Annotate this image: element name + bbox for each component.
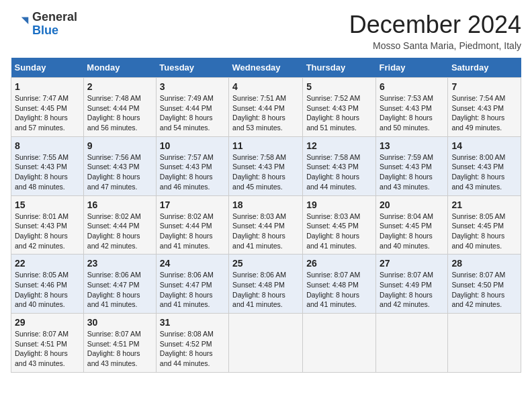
column-header-sunday: Sunday bbox=[11, 58, 84, 78]
cell-info: Sunrise: 8:08 AMSunset: 4:52 PMDaylight:… bbox=[160, 330, 214, 367]
calendar-cell: 17Sunrise: 8:02 AMSunset: 4:44 PMDayligh… bbox=[156, 195, 228, 255]
day-number: 2 bbox=[87, 81, 152, 92]
cell-info: Sunrise: 7:51 AMSunset: 4:44 PMDaylight:… bbox=[232, 94, 286, 132]
calendar-cell: 2Sunrise: 7:48 AMSunset: 4:44 PMDaylight… bbox=[83, 78, 156, 137]
cell-info: Sunrise: 8:07 AMSunset: 4:48 PMDaylight:… bbox=[306, 271, 360, 308]
calendar-cell bbox=[229, 314, 303, 373]
calendar-cell: 27Sunrise: 8:07 AMSunset: 4:49 PMDayligh… bbox=[376, 255, 448, 314]
calendar-cell: 5Sunrise: 7:52 AMSunset: 4:43 PMDaylight… bbox=[303, 78, 376, 137]
day-number: 8 bbox=[15, 140, 80, 151]
calendar-cell: 28Sunrise: 8:07 AMSunset: 4:50 PMDayligh… bbox=[448, 255, 521, 314]
calendar-cell: 29Sunrise: 8:07 AMSunset: 4:51 PMDayligh… bbox=[11, 314, 84, 373]
cell-info: Sunrise: 8:03 AMSunset: 4:44 PMDaylight:… bbox=[232, 212, 286, 250]
cell-info: Sunrise: 8:02 AMSunset: 4:44 PMDaylight:… bbox=[87, 212, 141, 250]
logo: General Blue bbox=[11, 11, 77, 38]
calendar-week-0: 1Sunrise: 7:47 AMSunset: 4:45 PMDaylight… bbox=[11, 78, 521, 137]
cell-info: Sunrise: 7:57 AMSunset: 4:43 PMDaylight:… bbox=[160, 153, 214, 191]
calendar-cell: 14Sunrise: 8:00 AMSunset: 4:43 PMDayligh… bbox=[448, 136, 521, 195]
day-number: 9 bbox=[87, 140, 152, 151]
calendar-cell: 23Sunrise: 8:06 AMSunset: 4:47 PMDayligh… bbox=[83, 255, 156, 314]
cell-info: Sunrise: 8:07 AMSunset: 4:51 PMDaylight:… bbox=[15, 330, 69, 367]
logo-blue: Blue bbox=[32, 24, 58, 37]
location: Mosso Santa Maria, Piedmont, Italy bbox=[349, 40, 521, 51]
day-number: 27 bbox=[380, 258, 444, 269]
column-header-tuesday: Tuesday bbox=[156, 58, 228, 78]
calendar-header-row: SundayMondayTuesdayWednesdayThursdayFrid… bbox=[11, 58, 521, 78]
day-number: 22 bbox=[15, 258, 80, 269]
day-number: 29 bbox=[15, 317, 80, 328]
calendar-cell: 7Sunrise: 7:54 AMSunset: 4:43 PMDaylight… bbox=[448, 78, 521, 137]
cell-info: Sunrise: 8:07 AMSunset: 4:50 PMDaylight:… bbox=[451, 271, 505, 308]
logo-general: General bbox=[32, 10, 77, 24]
day-number: 13 bbox=[380, 140, 444, 151]
day-number: 14 bbox=[451, 140, 517, 151]
calendar-cell: 30Sunrise: 8:07 AMSunset: 4:51 PMDayligh… bbox=[83, 314, 156, 373]
calendar-cell: 8Sunrise: 7:55 AMSunset: 4:43 PMDaylight… bbox=[11, 136, 84, 195]
day-number: 31 bbox=[160, 317, 225, 328]
title-block: December 2024 Mosso Santa Maria, Piedmon… bbox=[349, 11, 521, 51]
calendar-cell: 6Sunrise: 7:53 AMSunset: 4:43 PMDaylight… bbox=[376, 78, 448, 137]
day-number: 19 bbox=[306, 199, 372, 210]
calendar-cell: 19Sunrise: 8:03 AMSunset: 4:45 PMDayligh… bbox=[303, 195, 376, 255]
calendar-cell: 22Sunrise: 8:05 AMSunset: 4:46 PMDayligh… bbox=[11, 255, 84, 314]
calendar-cell: 12Sunrise: 7:58 AMSunset: 4:43 PMDayligh… bbox=[303, 136, 376, 195]
cell-info: Sunrise: 7:49 AMSunset: 4:44 PMDaylight:… bbox=[160, 94, 214, 132]
day-number: 30 bbox=[87, 317, 152, 328]
day-number: 21 bbox=[451, 199, 517, 210]
calendar-cell bbox=[448, 314, 521, 373]
column-header-saturday: Saturday bbox=[448, 58, 521, 78]
svg-marker-0 bbox=[21, 17, 29, 24]
column-header-wednesday: Wednesday bbox=[229, 58, 303, 78]
day-number: 5 bbox=[306, 81, 372, 92]
calendar-cell: 3Sunrise: 7:49 AMSunset: 4:44 PMDaylight… bbox=[156, 78, 228, 137]
cell-info: Sunrise: 8:03 AMSunset: 4:45 PMDaylight:… bbox=[306, 212, 360, 250]
cell-info: Sunrise: 7:58 AMSunset: 4:43 PMDaylight:… bbox=[232, 153, 286, 191]
day-number: 12 bbox=[306, 140, 372, 151]
day-number: 18 bbox=[232, 199, 299, 210]
calendar-cell: 13Sunrise: 7:59 AMSunset: 4:43 PMDayligh… bbox=[376, 136, 448, 195]
cell-info: Sunrise: 7:47 AMSunset: 4:45 PMDaylight:… bbox=[15, 94, 69, 132]
calendar-cell: 15Sunrise: 8:01 AMSunset: 4:43 PMDayligh… bbox=[11, 195, 84, 255]
day-number: 4 bbox=[232, 81, 299, 92]
day-number: 20 bbox=[380, 199, 444, 210]
column-header-thursday: Thursday bbox=[303, 58, 376, 78]
cell-info: Sunrise: 8:05 AMSunset: 4:45 PMDaylight:… bbox=[451, 212, 505, 250]
calendar-week-4: 29Sunrise: 8:07 AMSunset: 4:51 PMDayligh… bbox=[11, 314, 521, 373]
day-number: 10 bbox=[160, 140, 225, 151]
day-number: 28 bbox=[451, 258, 517, 269]
calendar-cell: 25Sunrise: 8:06 AMSunset: 4:48 PMDayligh… bbox=[229, 255, 303, 314]
calendar-week-3: 22Sunrise: 8:05 AMSunset: 4:46 PMDayligh… bbox=[11, 255, 521, 314]
day-number: 1 bbox=[15, 81, 80, 92]
cell-info: Sunrise: 7:48 AMSunset: 4:44 PMDaylight:… bbox=[87, 94, 141, 132]
day-number: 15 bbox=[15, 199, 80, 210]
calendar-week-1: 8Sunrise: 7:55 AMSunset: 4:43 PMDaylight… bbox=[11, 136, 521, 195]
calendar-week-2: 15Sunrise: 8:01 AMSunset: 4:43 PMDayligh… bbox=[11, 195, 521, 255]
calendar-cell: 4Sunrise: 7:51 AMSunset: 4:44 PMDaylight… bbox=[229, 78, 303, 137]
page-header: General Blue December 2024 Mosso Santa M… bbox=[11, 11, 521, 51]
month-title: December 2024 bbox=[349, 11, 521, 39]
cell-info: Sunrise: 7:53 AMSunset: 4:43 PMDaylight:… bbox=[380, 94, 433, 132]
calendar-cell: 1Sunrise: 7:47 AMSunset: 4:45 PMDaylight… bbox=[11, 78, 84, 137]
calendar-body: 1Sunrise: 7:47 AMSunset: 4:45 PMDaylight… bbox=[11, 78, 521, 373]
calendar-cell: 20Sunrise: 8:04 AMSunset: 4:45 PMDayligh… bbox=[376, 195, 448, 255]
cell-info: Sunrise: 8:07 AMSunset: 4:49 PMDaylight:… bbox=[380, 271, 433, 308]
calendar-cell: 31Sunrise: 8:08 AMSunset: 4:52 PMDayligh… bbox=[156, 314, 228, 373]
cell-info: Sunrise: 7:55 AMSunset: 4:43 PMDaylight:… bbox=[15, 153, 69, 191]
cell-info: Sunrise: 7:54 AMSunset: 4:43 PMDaylight:… bbox=[451, 94, 505, 132]
calendar-cell: 21Sunrise: 8:05 AMSunset: 4:45 PMDayligh… bbox=[448, 195, 521, 255]
day-number: 17 bbox=[160, 199, 225, 210]
day-number: 3 bbox=[160, 81, 225, 92]
cell-info: Sunrise: 7:59 AMSunset: 4:43 PMDaylight:… bbox=[380, 153, 433, 191]
logo-icon bbox=[11, 15, 30, 34]
cell-info: Sunrise: 8:05 AMSunset: 4:46 PMDaylight:… bbox=[15, 271, 69, 308]
cell-info: Sunrise: 8:02 AMSunset: 4:44 PMDaylight:… bbox=[160, 212, 214, 250]
cell-info: Sunrise: 8:01 AMSunset: 4:43 PMDaylight:… bbox=[15, 212, 69, 250]
calendar-cell: 11Sunrise: 7:58 AMSunset: 4:43 PMDayligh… bbox=[229, 136, 303, 195]
logo-text: General Blue bbox=[32, 11, 77, 38]
cell-info: Sunrise: 7:58 AMSunset: 4:43 PMDaylight:… bbox=[306, 153, 360, 191]
cell-info: Sunrise: 7:56 AMSunset: 4:43 PMDaylight:… bbox=[87, 153, 141, 191]
day-number: 11 bbox=[232, 140, 299, 151]
day-number: 23 bbox=[87, 258, 152, 269]
calendar-cell: 10Sunrise: 7:57 AMSunset: 4:43 PMDayligh… bbox=[156, 136, 228, 195]
cell-info: Sunrise: 8:06 AMSunset: 4:47 PMDaylight:… bbox=[87, 271, 141, 308]
